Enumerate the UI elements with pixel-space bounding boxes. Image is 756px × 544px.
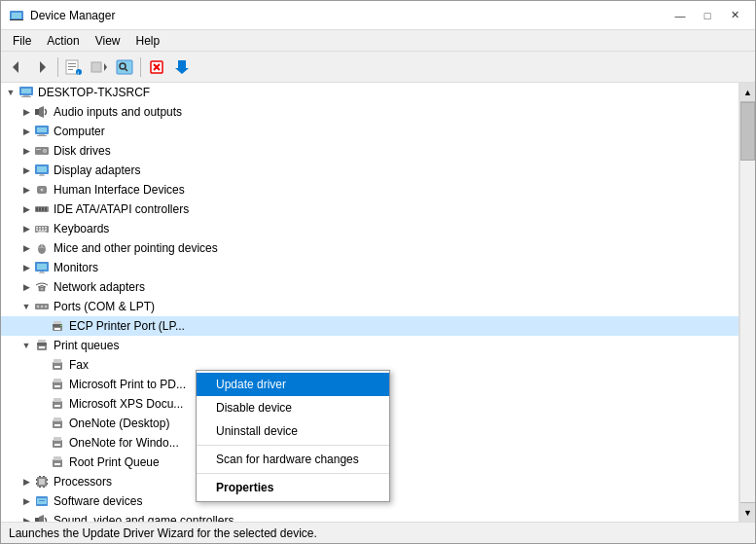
tree-root[interactable]: ▼ DESKTOP-TKJSRCF [1, 83, 738, 102]
list-item[interactable]: ▶ Sound, video and game controllers [1, 511, 738, 522]
scroll-up[interactable]: ▲ [740, 83, 755, 102]
device-manager-window: Device Manager — □ ✕ File Action View He… [0, 0, 756, 544]
status-bar: Launches the Update Driver Wizard for th… [1, 522, 755, 543]
toolbar-back[interactable] [5, 55, 28, 79]
list-item[interactable]: ▶ Display adapters [1, 161, 738, 180]
list-item[interactable]: ▼ Print queues [1, 336, 738, 355]
svg-rect-43 [42, 207, 44, 211]
list-item[interactable]: ▶ IDE ATA/ATAPI controllers [1, 199, 738, 219]
window-title: Device Manager [30, 9, 115, 22]
svg-rect-101 [39, 487, 41, 488]
svg-rect-79 [54, 379, 61, 382]
toolbar-properties[interactable]: i [62, 55, 86, 79]
item-label: Disk drives [54, 144, 111, 158]
svg-marker-25 [39, 106, 44, 118]
expand-toggle[interactable]: ▶ [18, 513, 34, 522]
item-label: Monitors [54, 261, 98, 274]
expand-toggle[interactable]: ▶ [18, 163, 34, 178]
onenote-icon [50, 416, 65, 431]
list-item[interactable]: ▶ Mice and other pointing devices [1, 238, 738, 258]
main-area: ▼ DESKTOP-TKJSRCF ▶ [1, 83, 755, 522]
ctx-properties[interactable]: Properties [197, 476, 389, 499]
svg-rect-7 [68, 66, 76, 67]
menu-action[interactable]: Action [39, 32, 87, 49]
menu-view[interactable]: View [88, 32, 128, 49]
svg-rect-46 [36, 227, 38, 229]
expand-toggle[interactable]: ▼ [18, 338, 34, 353]
item-label: OneNote for Windo... [69, 436, 179, 450]
svg-point-70 [60, 325, 62, 327]
svg-rect-28 [37, 135, 47, 136]
root-toggle[interactable]: ▼ [3, 85, 18, 100]
expand-toggle[interactable]: ▶ [18, 279, 34, 295]
toolbar-uninstall[interactable] [145, 55, 168, 79]
list-item[interactable]: ▶ Audio inputs and outputs [1, 102, 738, 122]
expand-toggle[interactable]: ▶ [18, 221, 34, 236]
close-button[interactable]: ✕ [722, 7, 747, 24]
svg-rect-42 [39, 207, 41, 211]
list-item[interactable]: ▶ Monitors [1, 258, 738, 277]
item-label: ECP Printer Port (LP... [69, 319, 185, 333]
list-item[interactable]: ▶ Computer [1, 122, 738, 141]
svg-point-65 [45, 306, 47, 308]
expand-toggle[interactable]: ▶ [18, 182, 34, 198]
expand-toggle[interactable]: ▶ [18, 124, 34, 139]
list-item[interactable]: ▶ Network adapters [1, 277, 738, 297]
expand-toggle[interactable]: ▶ [18, 493, 34, 509]
expand-toggle[interactable]: ▶ [18, 143, 34, 159]
expand-toggle[interactable]: ▶ [18, 240, 34, 256]
item-label: OneNote (Desktop) [69, 417, 169, 430]
ms-print-icon [50, 377, 65, 392]
root-print-icon [50, 454, 65, 470]
item-label: Microsoft XPS Docu... [69, 397, 183, 411]
toolbar-forward[interactable] [30, 55, 54, 79]
maximize-button[interactable]: □ [695, 7, 720, 24]
toolbar-download[interactable] [170, 55, 194, 79]
root-label: DESKTOP-TKJSRCF [38, 86, 150, 99]
list-item[interactable]: ▶ Keyboards [1, 219, 738, 238]
device-tree[interactable]: ▼ DESKTOP-TKJSRCF ▶ [1, 83, 739, 522]
ctx-disable-device[interactable]: Disable device [197, 396, 389, 419]
svg-rect-100 [43, 476, 45, 477]
list-item[interactable]: ▼ Ports (COM & LPT) [1, 297, 738, 316]
toolbar-scan[interactable] [113, 55, 136, 79]
svg-rect-76 [54, 359, 61, 363]
minimize-button[interactable]: — [667, 7, 693, 24]
svg-rect-51 [39, 230, 41, 232]
expand-toggle[interactable]: ▶ [18, 260, 34, 275]
svg-rect-59 [40, 272, 44, 272]
svg-rect-1 [12, 13, 21, 18]
list-item[interactable]: ▶ Human Interface Devices [1, 180, 738, 199]
scrollbar[interactable]: ▲ ▼ [739, 83, 755, 522]
list-item[interactable]: ▶ Disk drives [1, 141, 738, 161]
menu-file[interactable]: File [5, 32, 39, 49]
ctx-update-driver[interactable]: Update driver [197, 373, 389, 396]
svg-rect-89 [54, 444, 60, 446]
svg-rect-92 [54, 463, 60, 465]
item-label: Print queues [54, 339, 119, 352]
toolbar: i [1, 52, 755, 83]
ecp-printer-port-item[interactable]: ▶ ECP Printer Port (LP... [1, 316, 738, 336]
computer-icon [34, 124, 50, 139]
ctx-scan-hardware[interactable]: Scan for hardware changes [197, 448, 389, 471]
svg-rect-47 [39, 227, 41, 229]
svg-rect-23 [23, 95, 29, 96]
expand-toggle[interactable]: ▼ [18, 299, 34, 314]
scroll-down[interactable]: ▼ [740, 502, 755, 522]
toolbar-sep-1 [57, 57, 58, 77]
printer-icon [50, 318, 65, 334]
ctx-uninstall-device[interactable]: Uninstall device [197, 419, 389, 443]
svg-point-64 [41, 306, 43, 308]
svg-rect-99 [39, 476, 41, 477]
expand-toggle[interactable]: ▶ [18, 104, 34, 120]
svg-rect-53 [45, 230, 47, 232]
scroll-track[interactable] [740, 102, 755, 502]
scroll-thumb[interactable] [740, 102, 755, 161]
svg-rect-73 [39, 346, 45, 348]
toolbar-update-driver[interactable] [88, 55, 111, 79]
expand-toggle[interactable]: ▶ [18, 201, 34, 217]
menu-help[interactable]: Help [128, 32, 168, 49]
title-bar: Device Manager — □ ✕ [1, 1, 755, 30]
svg-rect-68 [54, 328, 60, 330]
expand-toggle[interactable]: ▶ [18, 474, 34, 490]
